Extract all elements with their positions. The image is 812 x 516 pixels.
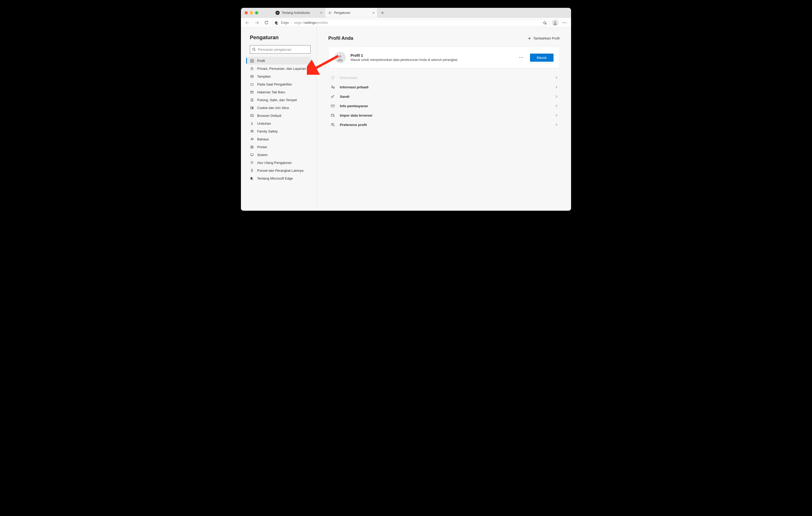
key-icon	[330, 94, 335, 99]
svg-rect-20	[251, 154, 253, 155]
nav-privacy[interactable]: Privasi, Pencarian, dan Layanan	[247, 65, 311, 72]
nav-label: Bahasa	[257, 137, 269, 141]
item-personal-info[interactable]: Informasi pribadi	[330, 82, 557, 92]
settings-search-input[interactable]	[258, 48, 308, 52]
profile-card: Profil 1 Masuk untuk menyinkronkan data …	[328, 47, 559, 68]
main-title: Profil Anda	[328, 35, 353, 41]
chevron-right-icon	[555, 95, 557, 98]
nav-profile[interactable]: Profil	[247, 57, 311, 65]
phone-icon	[250, 168, 254, 173]
signin-button[interactable]: Masuk	[530, 54, 554, 62]
item-import[interactable]: Impor data browser	[330, 111, 557, 120]
forward-button[interactable]	[253, 19, 261, 27]
add-profile-button[interactable]: Tambahkan Profil	[528, 36, 559, 40]
address-url: edge://settings/profiles	[294, 21, 328, 25]
search-icon	[252, 48, 256, 51]
refresh-button[interactable]	[262, 19, 270, 27]
nav-label: Unduhan	[257, 122, 271, 125]
chevron-right-icon	[555, 76, 557, 79]
import-icon	[330, 113, 335, 118]
svg-point-8	[252, 60, 253, 61]
item-label: Preferensi profil	[340, 123, 551, 127]
nav-appearance[interactable]: Tampilan	[247, 72, 311, 80]
nav-label: Ponsel dan Perangkat Lainnya	[257, 169, 303, 173]
avatar-icon	[334, 52, 346, 63]
tab-androbuntu[interactable]: ∞ Tentang Androbuntu ×	[273, 8, 325, 18]
infinity-icon: ∞	[276, 11, 280, 15]
window-controls	[244, 11, 258, 14]
nav-cookies[interactable]: Cookie dan Izin Situs	[247, 104, 311, 112]
profile-settings-icon	[330, 122, 335, 127]
language-icon	[250, 137, 254, 141]
profile-subtitle: Masuk untuk menyinkronkan data penelusur…	[351, 58, 512, 62]
nav-newtab[interactable]: Halaman Tab Baru	[247, 88, 311, 96]
nav-label: Pada Saat Pengaktifan	[257, 82, 292, 86]
browser-icon	[250, 114, 254, 118]
svg-rect-30	[331, 114, 334, 117]
nav-system[interactable]: Sistem	[247, 151, 311, 159]
item-sync: Sinkronkan	[330, 73, 557, 82]
nav-label: Sistem	[257, 153, 268, 157]
back-button[interactable]	[243, 19, 252, 27]
reset-icon	[250, 160, 254, 165]
nav-label: Tampilan	[257, 74, 271, 79]
nav-about[interactable]: Tentang Microsoft Edge	[247, 174, 311, 182]
nav-reset[interactable]: Atur Ulang Pengaturan	[247, 159, 311, 166]
item-preferences[interactable]: Preferensi profil	[330, 120, 557, 129]
profile-items: Sinkronkan Informasi pribadi Sandi Info …	[328, 73, 559, 129]
settings-content: Pengaturan Profil Privasi, Pencarian, da…	[241, 28, 571, 211]
profile-text: Profil 1 Masuk untuk menyinkronkan data …	[351, 53, 512, 62]
power-icon	[250, 82, 254, 86]
svg-point-17	[251, 130, 252, 131]
edge-logo-icon	[275, 21, 279, 25]
profile-more-button[interactable]	[517, 57, 525, 58]
nav-label: Tentang Microsoft Edge	[257, 177, 293, 180]
nav-clipboard[interactable]: Potong, Salin, dan Tempel	[247, 96, 311, 104]
nav-startup[interactable]: Pada Saat Pengaktifan	[247, 80, 311, 88]
chevron-right-icon	[555, 104, 557, 108]
svg-point-25	[522, 57, 523, 58]
nav-default-browser[interactable]: Browser Default	[247, 112, 311, 119]
profile-name: Profil 1	[351, 53, 512, 58]
nav-printer[interactable]: Printer	[247, 143, 311, 151]
item-passwords[interactable]: Sandi	[330, 92, 557, 101]
close-window-button[interactable]	[244, 11, 248, 14]
gear-icon	[328, 11, 332, 15]
minimize-window-button[interactable]	[250, 11, 253, 14]
svg-point-31	[331, 123, 332, 124]
item-label: Sandi	[340, 95, 551, 98]
nav-family[interactable]: Family Safety	[247, 127, 311, 135]
family-icon	[250, 129, 254, 133]
system-icon	[250, 153, 254, 157]
item-label: Info pembayaran	[340, 104, 551, 108]
nav-label: Browser Default	[257, 114, 281, 118]
close-tab-icon[interactable]: ×	[320, 11, 322, 14]
address-bar[interactable]: Edge | edge://settings/profiles	[272, 19, 550, 26]
appearance-icon	[250, 74, 254, 79]
item-payment[interactable]: Info pembayaran	[330, 101, 557, 111]
settings-search[interactable]	[250, 45, 311, 54]
favorite-icon[interactable]	[543, 21, 547, 25]
nav-label: Cookie dan Izin Situs	[257, 106, 289, 110]
more-menu-button[interactable]	[560, 19, 569, 27]
download-icon	[250, 121, 254, 125]
nav-downloads[interactable]: Unduhan	[247, 119, 311, 127]
svg-point-32	[333, 123, 334, 124]
item-label: Informasi pribadi	[340, 85, 551, 89]
maximize-window-button[interactable]	[255, 11, 258, 14]
close-tab-icon[interactable]: ×	[373, 11, 375, 14]
svg-point-4	[564, 22, 565, 23]
svg-point-28	[331, 96, 333, 98]
svg-point-24	[521, 57, 521, 58]
clipboard-icon	[250, 98, 254, 102]
tab-strip: ∞ Tentang Androbuntu × Pengaturan ×	[273, 8, 387, 18]
profile-avatar-button[interactable]	[551, 19, 559, 27]
divider: |	[291, 21, 292, 25]
nav-devices[interactable]: Ponsel dan Perangkat Lainnya	[247, 166, 311, 174]
settings-title: Pengaturan	[250, 34, 311, 40]
nav-language[interactable]: Bahasa	[247, 135, 311, 143]
svg-point-33	[334, 125, 334, 126]
tab-label: Pengaturan	[334, 11, 350, 14]
tab-settings[interactable]: Pengaturan ×	[325, 8, 377, 18]
new-tab-button[interactable]	[377, 8, 387, 18]
